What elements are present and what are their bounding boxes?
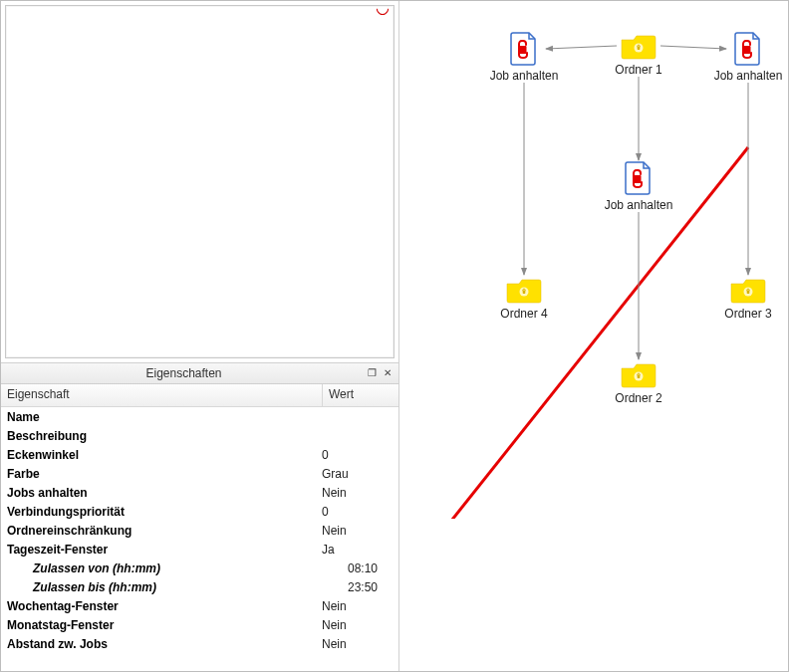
folder-icon xyxy=(505,275,543,305)
folder-icon xyxy=(729,275,767,305)
property-value[interactable]: 23:50 xyxy=(342,580,398,594)
left-pane: ◡ Eigenschaften ❐ ✕ Eigenschaft Wert Nam… xyxy=(1,1,399,671)
property-row[interactable]: Zulassen von (hh:mm)08:10 xyxy=(1,559,398,577)
dock-button[interactable]: ❐ xyxy=(365,366,379,380)
svg-rect-3 xyxy=(638,47,641,51)
stop-job-node[interactable]: Job anhalten xyxy=(703,31,789,83)
property-row[interactable]: Tageszeit-FensterJa xyxy=(1,540,398,559)
stop-job-node[interactable]: Job anhalten xyxy=(479,31,569,83)
app-root: ◡ Eigenschaften ❐ ✕ Eigenschaft Wert Nam… xyxy=(0,0,789,672)
svg-rect-4 xyxy=(743,46,751,54)
property-row[interactable]: Jobs anhaltenNein xyxy=(1,483,398,502)
property-row[interactable]: Abstand zw. JobsNein xyxy=(1,634,398,653)
preview-panel[interactable]: ◡ xyxy=(5,5,394,358)
property-label: Tageszeit-Fenster xyxy=(1,543,316,557)
stop-job-icon xyxy=(733,31,763,67)
property-value[interactable]: Nein xyxy=(316,637,398,651)
property-row[interactable]: Verbindungspriorität0 xyxy=(1,502,398,521)
alert-icon: ◡ xyxy=(376,0,390,16)
svg-rect-5 xyxy=(634,175,642,183)
close-button[interactable]: ✕ xyxy=(381,366,394,380)
property-label: Beschreibung xyxy=(1,429,316,443)
svg-rect-9 xyxy=(747,291,750,295)
property-label: Monatstag-Fenster xyxy=(1,618,316,632)
property-row[interactable]: Zulassen bis (hh:mm)23:50 xyxy=(1,577,398,596)
property-row[interactable]: Monatstag-FensterNein xyxy=(1,615,398,634)
property-value[interactable]: Nein xyxy=(316,524,398,538)
folder-node[interactable]: Ordner 4 xyxy=(479,275,569,321)
diagram-canvas[interactable]: Job anhaltenOrdner 1Job anhaltenJob anha… xyxy=(399,1,788,671)
stop-job-icon xyxy=(509,31,539,67)
property-label: Zulassen bis (hh:mm) xyxy=(1,580,342,594)
properties-columns: Eigenschaft Wert xyxy=(1,384,398,407)
svg-rect-1 xyxy=(519,46,527,54)
column-value[interactable]: Wert xyxy=(323,384,398,406)
property-value[interactable]: 08:10 xyxy=(342,561,398,575)
stop-job-node[interactable]: Job anhalten xyxy=(594,160,683,212)
property-label: Zulassen von (hh:mm) xyxy=(1,561,342,575)
node-label: Job anhalten xyxy=(594,198,683,212)
folder-node[interactable]: Ordner 1 xyxy=(594,31,683,77)
node-label: Ordner 2 xyxy=(594,391,683,405)
node-label: Job anhalten xyxy=(703,69,789,83)
property-value[interactable]: 0 xyxy=(316,505,398,519)
property-label: Verbindungspriorität xyxy=(1,505,316,519)
properties-header: Eigenschaften ❐ ✕ xyxy=(1,363,398,384)
column-property[interactable]: Eigenschaft xyxy=(1,384,323,406)
property-value[interactable]: 0 xyxy=(316,448,398,462)
property-value[interactable]: Nein xyxy=(316,618,398,632)
folder-icon xyxy=(620,31,658,61)
folder-icon xyxy=(620,359,658,389)
properties-body[interactable]: NameBeschreibungEckenwinkel0FarbeGrauJob… xyxy=(1,407,398,671)
property-row[interactable]: Name xyxy=(1,407,398,426)
stop-job-icon xyxy=(624,160,654,196)
properties-panel: Eigenschaften ❐ ✕ Eigenschaft Wert NameB… xyxy=(1,362,398,671)
svg-line-0 xyxy=(405,147,748,519)
property-label: Farbe xyxy=(1,467,316,481)
property-value[interactable]: Nein xyxy=(316,599,398,613)
property-row[interactable]: OrdnereinschränkungNein xyxy=(1,521,398,540)
property-row[interactable]: Beschreibung xyxy=(1,426,398,445)
property-label: Jobs anhalten xyxy=(1,486,316,500)
property-value[interactable]: Grau xyxy=(316,467,398,481)
folder-node[interactable]: Ordner 3 xyxy=(703,275,789,321)
svg-rect-7 xyxy=(523,291,526,295)
node-label: Ordner 1 xyxy=(594,63,683,77)
properties-title: Eigenschaften xyxy=(5,366,363,380)
property-label: Wochentag-Fenster xyxy=(1,599,316,613)
property-row[interactable]: Eckenwinkel0 xyxy=(1,445,398,464)
folder-node[interactable]: Ordner 2 xyxy=(594,359,683,405)
property-value[interactable]: Ja xyxy=(316,543,398,557)
svg-rect-11 xyxy=(638,375,641,379)
property-row[interactable]: FarbeGrau xyxy=(1,464,398,483)
property-label: Name xyxy=(1,410,316,424)
node-label: Ordner 4 xyxy=(479,307,569,321)
property-label: Abstand zw. Jobs xyxy=(1,637,316,651)
node-label: Ordner 3 xyxy=(703,307,789,321)
property-label: Eckenwinkel xyxy=(1,448,316,462)
property-label: Ordnereinschränkung xyxy=(1,524,316,538)
property-row[interactable]: Wochentag-FensterNein xyxy=(1,596,398,615)
node-label: Job anhalten xyxy=(479,69,569,83)
connectors xyxy=(399,1,789,672)
property-value[interactable]: Nein xyxy=(316,486,398,500)
